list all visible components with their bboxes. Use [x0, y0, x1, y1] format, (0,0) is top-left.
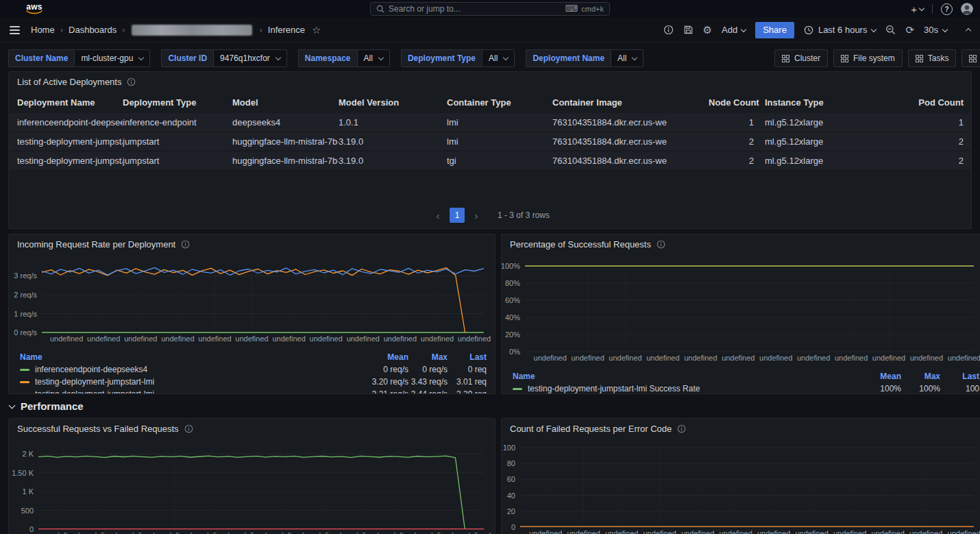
svg-text:undefined: undefined [50, 335, 83, 343]
legend-series-name[interactable]: testing-deployment-jumpstart-lmi [35, 389, 326, 394]
svg-text:undefined: undefined [909, 529, 942, 534]
search-input[interactable]: Search or jump to... ⌨ cmd+k [370, 2, 610, 16]
quick-link-file-system[interactable]: File system [833, 49, 903, 67]
refresh-icon[interactable]: ⟳ [905, 25, 914, 35]
breadcrumb-redacted-folder[interactable] [132, 25, 252, 36]
share-button[interactable]: Share [755, 22, 794, 38]
time-range-picker[interactable]: Last 6 hours [804, 25, 877, 35]
panel-successful-vs-failed: Successful Requests vs Failed Requests 2… [8, 418, 495, 534]
column-header[interactable]: Model [232, 97, 339, 108]
legend-header-name[interactable]: Name [20, 352, 326, 362]
filter-value-dropdown[interactable]: All [357, 49, 390, 67]
series-color-swatch [20, 381, 29, 383]
time-series-chart[interactable]: 100%80%60%40%20%0%undefinedundefinedunde… [502, 254, 980, 369]
column-header[interactable]: Node Count [709, 97, 761, 108]
info-icon[interactable] [184, 424, 193, 433]
breadcrumb-current[interactable]: Inference [268, 25, 305, 35]
panel-title: Count of Failed Requests per Error Code [510, 424, 672, 434]
svg-text:100: 100 [503, 444, 515, 452]
collapse-chevron-up-icon[interactable] [966, 25, 970, 35]
svg-text:2 req/s: 2 req/s [14, 291, 37, 299]
column-header[interactable]: Deployment Type [123, 97, 232, 108]
legend-header-mean[interactable]: Mean [819, 372, 901, 381]
add-menu-button[interactable]: + [911, 3, 924, 15]
column-header[interactable]: Container Image [552, 97, 709, 108]
svg-text:undefined: undefined [684, 354, 717, 362]
breadcrumb-dashboards[interactable]: Dashboards [69, 25, 117, 35]
add-button[interactable]: Add [722, 25, 746, 35]
column-header[interactable]: Model Version [339, 97, 447, 108]
legend-header-max[interactable]: Max [901, 372, 940, 381]
legend-series-name[interactable]: inferenceendpoint-deepseeks4 [35, 365, 326, 374]
filter-value-dropdown[interactable]: 9476q1hxcfor [213, 49, 287, 67]
page-prev-button[interactable]: ‹ [430, 208, 445, 223]
deployments-table: Deployment Name Deployment Type Model Mo… [9, 93, 971, 169]
plus-icon: + [911, 3, 917, 15]
chevron-down-icon [871, 26, 877, 32]
svg-text:undefined: undefined [234, 531, 267, 534]
favorite-star-icon[interactable]: ☆ [312, 24, 321, 36]
quick-link-tasks[interactable]: Tasks [908, 49, 957, 67]
keyboard-icon: ⌨ [565, 5, 578, 12]
aws-logo[interactable]: aws [26, 3, 42, 14]
svg-text:undefined: undefined [235, 335, 268, 343]
page-number-button[interactable]: 1 [450, 208, 465, 223]
legend-header-name[interactable]: Name [513, 372, 819, 381]
info-icon[interactable] [657, 240, 665, 249]
column-header[interactable]: Pod Count [876, 97, 970, 108]
legend-header-mean[interactable]: Mean [326, 352, 408, 362]
breadcrumb-separator-icon: › [55, 25, 69, 35]
column-header[interactable]: Deployment Name [17, 97, 123, 108]
section-performance[interactable]: Performance [10, 400, 84, 412]
quick-link-training[interactable]: Training [961, 49, 980, 67]
save-icon[interactable] [683, 25, 694, 35]
filter-label: Namespace [298, 49, 357, 67]
svg-text:2 K: 2 K [22, 450, 34, 458]
column-header[interactable]: Container Type [447, 97, 552, 108]
divider [932, 4, 933, 14]
page-next-button[interactable]: › [469, 208, 484, 223]
panel-active-deployments: List of Active Deployments Deployment Na… [8, 71, 972, 229]
filter-value-dropdown[interactable]: All [611, 49, 644, 67]
panel-percentage-successful: Percentage of Successful Requests 100%80… [501, 234, 980, 394]
svg-text:undefined: undefined [308, 531, 341, 534]
filter-value-dropdown[interactable]: All [482, 49, 515, 67]
settings-gear-icon[interactable]: ⚙ [703, 25, 712, 35]
legend-row: testing-deployment-jumpstart-lmi Success… [502, 383, 979, 394]
legend-row: testing-deployment-jumpstart-lmi 3.20 re… [9, 376, 487, 388]
dashboard-insights-icon[interactable] [663, 25, 674, 35]
svg-text:undefined: undefined [872, 354, 905, 362]
quick-link-cluster[interactable]: Cluster [774, 49, 828, 67]
filter-cluster-name: Cluster Name ml-cluster-gpu [8, 49, 150, 67]
svg-text:undefined: undefined [272, 335, 305, 343]
menu-icon[interactable] [10, 26, 20, 34]
svg-text:undefined: undefined [759, 354, 792, 362]
time-series-chart[interactable]: 100806040200undefinedundefinedundefinedu… [502, 438, 980, 534]
legend-header-max[interactable]: Max [408, 352, 448, 362]
info-icon[interactable] [181, 240, 190, 249]
breadcrumb-separator-icon: › [117, 25, 130, 35]
filter-value-dropdown[interactable]: ml-cluster-gpu [74, 49, 150, 67]
svg-text:0: 0 [29, 525, 34, 533]
breadcrumb-home[interactable]: Home [31, 25, 55, 35]
svg-text:0%: 0% [509, 348, 520, 356]
filter-label: Deployment Type [401, 49, 482, 67]
legend-series-name[interactable]: testing-deployment-jumpstart-lmi [35, 377, 326, 387]
legend-series-name[interactable]: testing-deployment-jumpstart-lmi Success… [528, 384, 819, 393]
chevron-down-icon [503, 55, 509, 60]
legend-header-last[interactable]: Last [448, 352, 487, 362]
info-icon[interactable] [127, 77, 136, 86]
zoom-out-icon[interactable] [885, 25, 896, 35]
chevron-down-icon [275, 55, 281, 60]
time-series-chart[interactable]: 3 req/s2 req/s1 req/s0 req/sundefinedund… [9, 254, 495, 350]
info-icon[interactable] [677, 424, 686, 433]
svg-text:undefined: undefined [719, 529, 752, 534]
help-icon[interactable]: ? [941, 3, 953, 15]
column-header[interactable]: Instance Type [761, 97, 876, 108]
panel-incoming-request-rate: Incoming Request Rate per Deployment 3 r… [8, 234, 495, 394]
svg-text:0: 0 [511, 523, 515, 531]
legend-header-last[interactable]: Last [940, 372, 979, 381]
refresh-interval-dropdown[interactable]: 30s [924, 25, 947, 35]
time-series-chart[interactable]: 2 K1.50 K1 K5000undefinedundefinedundefi… [9, 438, 495, 534]
user-avatar[interactable] [961, 3, 973, 15]
